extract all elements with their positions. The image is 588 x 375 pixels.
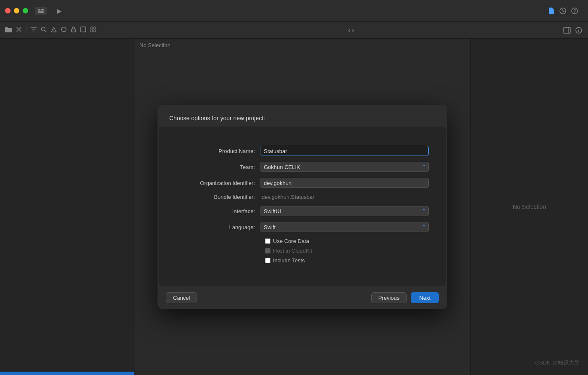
bundle-identifier-value: dev.gokhun.Statusbar xyxy=(260,194,429,200)
use-core-data-label[interactable]: Use Core Data xyxy=(273,238,309,244)
interface-label: Interface: xyxy=(176,208,260,214)
org-identifier-input[interactable] xyxy=(260,178,429,188)
title-bar: ▶ ? xyxy=(0,0,588,22)
traffic-lights xyxy=(5,8,28,13)
info-icon[interactable]: i xyxy=(575,26,583,34)
host-in-cloudkit-label: Host in CloudKit xyxy=(273,248,312,254)
use-core-data-checkbox[interactable] xyxy=(265,238,270,244)
svg-rect-12 xyxy=(94,27,96,29)
include-tests-checkbox[interactable] xyxy=(265,258,270,263)
svg-rect-0 xyxy=(38,9,40,11)
product-name-label: Product Name: xyxy=(176,148,260,154)
include-tests-label[interactable]: Include Tests xyxy=(273,257,305,264)
interface-select-wrapper: SwiftUI Storyboard ⌃ xyxy=(260,206,429,216)
org-identifier-row: Organization Identifier: xyxy=(176,178,429,188)
language-select[interactable]: Swift Objective-C xyxy=(260,222,429,232)
main-area: No Selection Choose options for your new… xyxy=(0,39,588,375)
dialog-header: Choose options for your new project: xyxy=(158,105,447,127)
close-button[interactable] xyxy=(5,8,10,13)
file-blue-icon[interactable] xyxy=(546,6,556,16)
include-tests-row: Include Tests xyxy=(176,257,429,264)
dialog-overlay: Choose options for your new project: Pro… xyxy=(134,39,470,375)
no-selection-right-label: No Selection xyxy=(513,203,546,210)
toolbar-right: i xyxy=(563,26,583,34)
minimize-button[interactable] xyxy=(14,8,19,13)
toolbar-left: ! xyxy=(5,26,139,34)
svg-text:i: i xyxy=(578,29,579,33)
run-button[interactable]: ▶ xyxy=(53,7,65,15)
toolbar-nav: ‹ › xyxy=(139,26,563,34)
product-name-input[interactable] xyxy=(260,146,429,156)
previous-button[interactable]: Previous xyxy=(371,292,407,303)
svg-text:!: ! xyxy=(53,29,54,32)
dialog-title: Choose options for your new project: xyxy=(169,115,265,121)
lock-icon[interactable] xyxy=(71,26,76,34)
maximize-button[interactable] xyxy=(23,8,28,13)
help-icon[interactable]: ? xyxy=(570,6,580,16)
toolbar-divider xyxy=(26,26,26,34)
folder-icon[interactable] xyxy=(5,26,12,34)
filter-icon[interactable] xyxy=(31,26,37,34)
svg-point-6 xyxy=(42,27,45,31)
team-select[interactable]: Gokhun CELIK Add Account... None xyxy=(260,162,429,172)
progress-bar xyxy=(0,372,134,375)
language-row: Language: Swift Objective-C ⌃ xyxy=(176,222,429,232)
nav-arrows: ‹ › xyxy=(348,26,354,34)
svg-point-8 xyxy=(62,27,66,32)
forward-arrow[interactable]: › xyxy=(352,26,354,34)
form-container: Product Name: Team: Gokhun CELIK Add Acc… xyxy=(159,146,446,267)
host-in-cloudkit-row: Host in CloudKit xyxy=(176,248,429,254)
svg-rect-9 xyxy=(71,29,76,32)
bundle-identifier-label: Bundle Identifier: xyxy=(176,194,260,200)
svg-rect-13 xyxy=(91,30,93,32)
use-core-data-row: Use Core Data xyxy=(176,238,429,244)
language-select-wrapper: Swift Objective-C ⌃ xyxy=(260,222,429,232)
bundle-identifier-row: Bundle Identifier: dev.gokhun.Statusbar xyxy=(176,194,429,200)
cancel-button[interactable]: Cancel xyxy=(166,292,197,303)
center-content: No Selection Choose options for your new… xyxy=(134,39,470,375)
svg-text:?: ? xyxy=(574,9,576,13)
dialog-body: Product Name: Team: Gokhun CELIK Add Acc… xyxy=(159,127,446,286)
ide-container: ▶ ? xyxy=(0,0,588,375)
shape-icon[interactable] xyxy=(61,26,67,34)
interface-row: Interface: SwiftUI Storyboard ⌃ xyxy=(176,206,429,216)
svg-rect-1 xyxy=(41,9,44,11)
new-project-dialog: Choose options for your new project: Pro… xyxy=(158,105,447,309)
interface-select[interactable]: SwiftUI Storyboard xyxy=(260,206,429,216)
team-row: Team: Gokhun CELIK Add Account... None ⌃ xyxy=(176,162,429,172)
clock-icon[interactable] xyxy=(558,6,568,16)
next-button[interactable]: Next xyxy=(411,292,439,303)
svg-rect-11 xyxy=(91,27,93,29)
dialog-footer: Cancel Previous Next xyxy=(158,286,447,309)
watermark: CSDN @知识大胖 xyxy=(535,359,580,367)
search-icon[interactable] xyxy=(41,26,47,34)
toolbar: ! ‹ › i xyxy=(0,22,588,39)
host-in-cloudkit-checkbox xyxy=(265,248,270,254)
rect-icon[interactable] xyxy=(80,26,86,34)
window-icon xyxy=(35,7,47,15)
grid-icon[interactable] xyxy=(90,26,96,34)
inspector-icon[interactable] xyxy=(563,26,571,34)
dialog-right-buttons: Previous Next xyxy=(371,292,439,303)
svg-rect-14 xyxy=(94,30,96,32)
close-x-icon[interactable] xyxy=(16,26,22,34)
language-label: Language: xyxy=(176,224,260,230)
svg-rect-10 xyxy=(81,27,86,32)
left-sidebar xyxy=(0,39,134,375)
product-name-row: Product Name: xyxy=(176,146,429,156)
team-label: Team: xyxy=(176,164,260,170)
svg-rect-15 xyxy=(564,27,570,33)
org-identifier-label: Organization Identifier: xyxy=(176,180,260,186)
back-arrow[interactable]: ‹ xyxy=(348,26,350,34)
warning-icon[interactable]: ! xyxy=(51,26,57,34)
right-panel: No Selection xyxy=(470,39,588,375)
team-select-wrapper: Gokhun CELIK Add Account... None ⌃ xyxy=(260,162,429,172)
svg-rect-2 xyxy=(38,11,44,13)
